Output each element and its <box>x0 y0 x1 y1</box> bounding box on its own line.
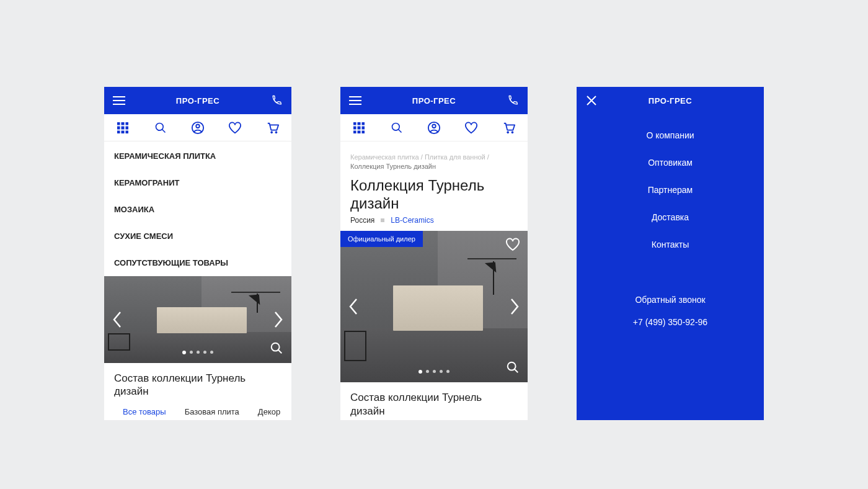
svg-point-24 <box>392 123 399 130</box>
svg-point-26 <box>432 124 436 128</box>
topbar: ПРО-ГРЕС <box>340 87 528 114</box>
svg-point-27 <box>507 131 508 133</box>
account-icon[interactable] <box>190 120 205 135</box>
svg-rect-20 <box>362 127 365 129</box>
breadcrumb-current: Коллекция Турнель дизайн <box>350 163 436 170</box>
breadcrumb: Керамическая плитка / Плитка для ванной … <box>340 141 528 177</box>
svg-rect-2 <box>126 122 128 125</box>
dealer-badge: Официальный дилер <box>340 231 423 247</box>
menu-footer: Обратный звонок +7 (499) 350-92-96 <box>577 295 764 327</box>
collection-section: Состав коллекции Турнель дизайн Все това… <box>104 363 291 420</box>
chevron-right-icon[interactable] <box>269 310 288 329</box>
svg-rect-21 <box>353 131 356 133</box>
brand-link[interactable]: LB-Ceramics <box>391 216 433 225</box>
category-item[interactable]: КЕРАМИЧЕСКАЯ ПЛИТКА <box>104 143 291 169</box>
category-item[interactable]: КЕРАМОГРАНИТ <box>104 169 291 196</box>
svg-rect-3 <box>117 127 120 129</box>
product-content: Керамическая плитка / Плитка для ванной … <box>340 141 528 420</box>
svg-rect-1 <box>122 122 124 125</box>
tab-all[interactable]: Все товары <box>123 407 166 416</box>
callback-link[interactable]: Обратный звонок <box>635 295 705 305</box>
cart-icon[interactable] <box>502 120 516 135</box>
svg-point-29 <box>508 362 516 370</box>
chevron-right-icon[interactable] <box>505 297 524 316</box>
svg-rect-8 <box>126 131 128 133</box>
svg-rect-15 <box>353 122 356 125</box>
mobile-screen-menu: ПРО-ГРЕС О компании Оптовикам Партнерам … <box>577 87 764 420</box>
svg-point-13 <box>275 131 277 133</box>
svg-rect-23 <box>362 131 365 133</box>
search-icon[interactable] <box>153 120 168 135</box>
brand-title: ПРО-ГРЕС <box>412 96 456 105</box>
phone-icon[interactable] <box>269 93 284 108</box>
breadcrumb-link[interactable]: Плитка для ванной <box>425 153 485 161</box>
mobile-screen-categories: ПРО-ГРЕС КЕРАМИЧЕСКАЯ ПЛИТКА <box>104 87 291 420</box>
phone-icon[interactable] <box>505 93 520 108</box>
chevron-left-icon[interactable] <box>344 297 363 316</box>
svg-point-28 <box>512 131 513 133</box>
favorite-button[interactable] <box>504 236 521 253</box>
svg-rect-22 <box>358 131 360 133</box>
svg-rect-4 <box>122 127 124 129</box>
menu-item-wholesale[interactable]: Оптовикам <box>648 149 693 176</box>
svg-point-11 <box>196 124 200 128</box>
phone-number[interactable]: +7 (499) 350-92-96 <box>633 317 707 327</box>
svg-rect-17 <box>362 122 365 125</box>
svg-rect-7 <box>122 131 124 133</box>
menu-item-contacts[interactable]: Контакты <box>652 231 689 258</box>
heart-icon[interactable] <box>464 120 479 135</box>
close-icon[interactable] <box>584 93 599 108</box>
toolbar <box>340 114 528 141</box>
country-label: Россия <box>350 216 374 225</box>
menu-item-partners[interactable]: Партнерам <box>648 176 693 204</box>
section-heading: Состав коллекции Турнель дизайн <box>104 363 291 405</box>
menu-item-delivery[interactable]: Доставка <box>652 204 689 231</box>
menu-list: О компании Оптовикам Партнерам Доставка … <box>577 122 764 258</box>
svg-point-12 <box>270 131 272 133</box>
svg-rect-5 <box>126 127 128 129</box>
category-item[interactable]: СУХИЕ СМЕСИ <box>104 223 291 249</box>
menu-item-about[interactable]: О компании <box>646 122 694 149</box>
heart-icon[interactable] <box>228 120 242 135</box>
topbar: ПРО-ГРЕС <box>104 87 291 114</box>
search-icon[interactable] <box>389 120 404 135</box>
hamburger-icon[interactable] <box>348 93 363 108</box>
carousel-dots[interactable] <box>182 351 213 354</box>
svg-rect-19 <box>358 127 360 129</box>
product-hero-image <box>104 276 291 363</box>
brand-title: ПРО-ГРЕС <box>176 96 219 105</box>
catalog-grid-icon[interactable] <box>352 120 366 135</box>
hamburger-icon[interactable] <box>112 93 126 108</box>
svg-rect-16 <box>358 122 360 125</box>
tab-decor[interactable]: Декор <box>258 407 280 416</box>
product-tabs: Все товары Базовая плита Декор <box>104 405 291 421</box>
toolbar <box>104 114 291 141</box>
menu-topbar: ПРО-ГРЕС <box>577 87 764 114</box>
svg-rect-0 <box>117 122 120 125</box>
account-icon[interactable] <box>427 120 441 135</box>
svg-point-9 <box>156 123 163 130</box>
category-dropdown: КЕРАМИЧЕСКАЯ ПЛИТКА КЕРАМОГРАНИТ МОЗАИКА… <box>104 141 291 281</box>
zoom-icon[interactable] <box>504 359 521 376</box>
product-meta: Россия LB-Ceramics <box>340 216 528 231</box>
svg-rect-18 <box>353 127 356 129</box>
svg-rect-6 <box>117 131 120 133</box>
chevron-left-icon[interactable] <box>108 310 126 329</box>
tab-base[interactable]: Базовая плита <box>185 407 239 416</box>
zoom-icon[interactable] <box>268 339 285 357</box>
svg-point-14 <box>272 343 280 351</box>
category-item[interactable]: МОЗАИКА <box>104 196 291 223</box>
separator-icon <box>381 218 384 222</box>
page-title: Коллекция Турнель дизайн <box>340 177 528 217</box>
cart-icon[interactable] <box>265 120 280 135</box>
product-hero-image: Официальный дилер <box>340 231 528 382</box>
catalog-grid-icon[interactable] <box>115 120 130 135</box>
brand-title: ПРО-ГРЕС <box>649 96 692 105</box>
carousel-dots[interactable] <box>418 370 450 374</box>
section-heading: Состав коллекции Турнель дизайн <box>340 382 528 420</box>
category-item[interactable]: СОПУТСТВУЮЩИЕ ТОВАРЫ <box>104 249 291 276</box>
mobile-screen-product: ПРО-ГРЕС Керамическая пли <box>340 87 528 420</box>
breadcrumb-link[interactable]: Керамическая плитка <box>350 153 419 161</box>
